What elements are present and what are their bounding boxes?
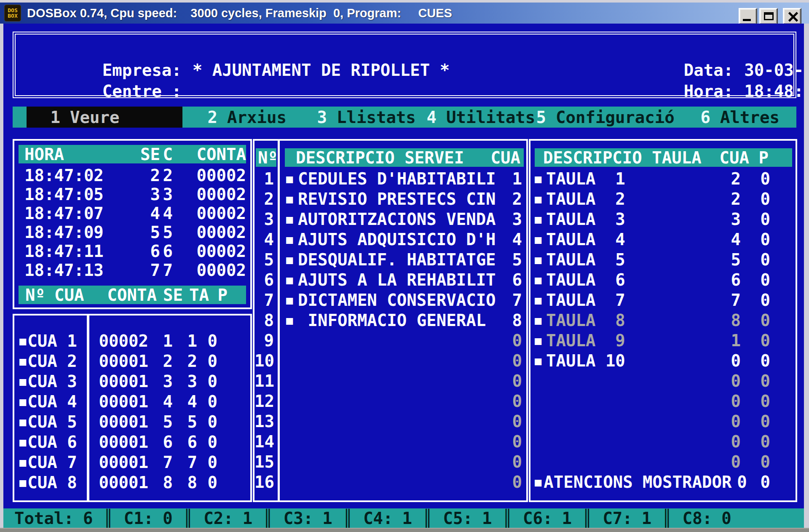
window-border-left [0, 24, 3, 532]
status-counter-value: 6 [83, 509, 93, 528]
col-se2: SE [157, 286, 183, 305]
row-number: 11 [254, 372, 274, 390]
cua-cell: 8 [721, 311, 741, 330]
status-separator-icon: ║ [263, 509, 273, 528]
cua-cell: 2 [721, 190, 741, 209]
ta-cell: 3 [173, 372, 197, 391]
taula-description: ATENCIONS MOSTRADOR [544, 473, 731, 492]
p-cell: 0 [741, 270, 770, 289]
cua-cell: 0 [721, 351, 741, 370]
cua-cell: 0 [504, 372, 522, 390]
taula-panel: DESCRIPCIO TAULA CUA P ■ TAULA 1 2 0 ■ T… [529, 139, 797, 502]
ta-cell: 1 [173, 331, 197, 350]
taula-description: TAULA 1 [546, 169, 721, 188]
servei-description: DICTAMEN CONSERVACIO [298, 291, 504, 310]
panel-divider [87, 315, 89, 500]
menu-item[interactable]: 3 Llistats [308, 107, 416, 128]
cua-table-row: ■CUA 4 00001 4 4 0 [14, 391, 250, 412]
menu-item-number: 4 [417, 108, 437, 127]
bullet-icon: ■ [286, 193, 298, 205]
bullet-icon: ■ [535, 335, 546, 346]
menu-item-label: Configuració [556, 108, 675, 127]
title-bar[interactable]: DOS BOX DOSBox 0.74, Cpu speed: 3000 cyc… [0, 3, 809, 24]
ta-cell: 2 [173, 352, 197, 371]
conta-cell: 00002 [173, 185, 246, 204]
maximize-icon [764, 12, 774, 20]
window-border-bottom [0, 528, 809, 532]
cua-table-row: ■CUA 2 00001 2 2 0 [14, 351, 250, 371]
menu-item-number: 2 [198, 108, 217, 127]
servei-table-row: 2 ■ REVISIO PRESTECS CIN 2 [254, 189, 526, 209]
hora-cell: 18:47:09 [19, 223, 131, 242]
status-counter-label: C6: [523, 509, 552, 528]
col-no: Nº [19, 286, 45, 305]
hora-log-panel: HORA SE C CONTA 18:47:02 2 2 00002 18:47… [13, 139, 252, 309]
menu-item[interactable]: 1 Veure [27, 107, 182, 128]
servei-description: DESQUALIF. HABITATGE [298, 250, 504, 269]
menu-item[interactable]: 2 Arxius [198, 107, 287, 128]
col-descripcio-servei: DESCRIPCIO SERVEI [285, 148, 488, 167]
bullet-icon: ■ [19, 356, 26, 367]
row-number: 10 [254, 351, 274, 370]
cua-cell: 0 [504, 452, 522, 471]
menu-item[interactable]: 5 Configuració [527, 107, 675, 128]
row-number: 16 [254, 473, 274, 492]
bullet-icon: ■ [286, 173, 298, 184]
status-counter-value: 1 [402, 509, 412, 528]
se-cell: 7 [148, 453, 173, 472]
hora-table-row: 18:47:02 2 2 00002 [19, 166, 246, 185]
close-button[interactable] [783, 8, 801, 25]
status-counter: C1: 0 [124, 509, 173, 528]
servei-table-row: 9 0 [254, 330, 526, 350]
servei-description: REVISIO PRESTECS CIN [298, 190, 504, 209]
bullet-icon: ■ [286, 274, 298, 286]
p-cell: 0 [741, 169, 770, 188]
cua-cell: 0 [504, 331, 522, 350]
centre-label: Centre : [102, 82, 182, 101]
status-counter-label: C4: [363, 509, 393, 528]
cua-cell: 0 [504, 351, 522, 370]
dosbox-icon: DOS BOX [4, 5, 21, 21]
cua-cell: 0 [504, 473, 522, 492]
menu-item-number: 6 [691, 108, 710, 127]
menu-bar: 1 Veure 2 Arxius 3 Llistats 4 Utilitats … [13, 107, 796, 128]
servei-table-header: DESCRIPCIO SERVEI CUA [285, 148, 524, 167]
status-counter: C6: 1 [523, 509, 572, 528]
status-counter-value: 0 [163, 509, 172, 528]
status-counter: C2: 1 [204, 509, 252, 528]
servei-description: AJUTS A LA REHABILIT [298, 270, 504, 289]
taula-description: TAULA 3 [546, 210, 721, 229]
maximize-button[interactable] [759, 8, 778, 25]
servei-description: AJUTS ADQUISICIO D'H [298, 230, 504, 249]
minimize-button[interactable] [739, 8, 757, 25]
bullet-icon: ■ [535, 476, 544, 488]
p-cell: 0 [197, 433, 217, 452]
status-bar: Total: 6 ║ C1: 0 ║ C2: 1 ║ C3: 1 ║ C4: 1… [3, 508, 804, 528]
p-cell: 0 [741, 432, 770, 451]
ta-cell: 4 [173, 392, 197, 411]
bullet-icon: ■ [286, 234, 298, 245]
hora-table-row: 18:47:05 3 3 00002 [19, 185, 246, 204]
col-conta2: CONTA [99, 286, 157, 305]
row-number: 12 [254, 392, 274, 411]
status-counter-value: 1 [642, 509, 651, 528]
col-cua: CUA [488, 148, 520, 167]
cua-label: CUA 5 [27, 412, 77, 431]
hora-table-row: 18:47:11 6 6 00002 [19, 242, 246, 261]
c-cell: 7 [160, 261, 173, 280]
taula-table-row: 0 0 [530, 391, 796, 411]
p-cell: 0 [741, 190, 770, 209]
menu-item[interactable]: 4 Utilitats [417, 107, 535, 128]
taula-description: TAULA 5 [546, 250, 721, 269]
taula-description: TAULA 7 [546, 291, 721, 310]
hora-label: Hora: [684, 82, 733, 101]
cua-cell: 8 [504, 311, 522, 330]
menu-item[interactable]: 6 Altres [691, 107, 780, 128]
cua-cell: 2 [504, 190, 522, 209]
conta-cell: 00001 [89, 352, 148, 371]
p-cell: 0 [741, 412, 770, 431]
cua-table-row: ■CUA 6 00001 6 6 0 [14, 432, 250, 452]
bullet-icon: ■ [535, 193, 546, 205]
hora-table-row: 18:47:07 4 4 00002 [19, 204, 246, 223]
servei-table-row: 3 ■ AUTORITZACIONS VENDA 3 [254, 209, 526, 229]
